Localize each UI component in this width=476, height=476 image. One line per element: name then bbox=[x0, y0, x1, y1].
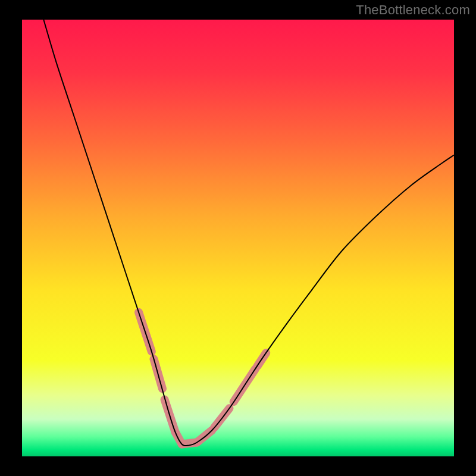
plot-area bbox=[22, 20, 454, 456]
plot-svg bbox=[22, 20, 454, 456]
watermark-text: TheBottleneck.com bbox=[356, 2, 470, 18]
chart-frame: TheBottleneck.com bbox=[0, 0, 476, 476]
